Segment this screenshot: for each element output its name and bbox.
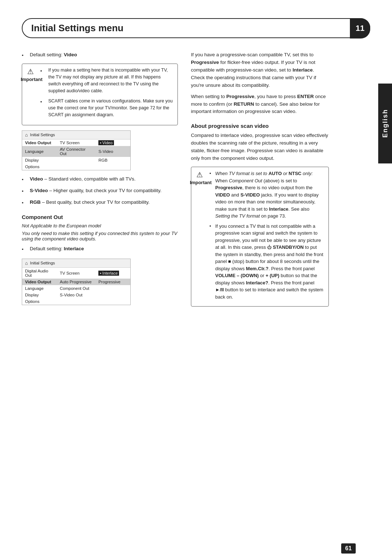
menu-cell-1-3: • Video [95, 139, 130, 146]
menu-cell-4-3 [95, 163, 130, 170]
component-note2: You only need to make this setting if yo… [22, 231, 178, 242]
menu-title-bar-1: ⌂ Initial Settings [22, 131, 130, 139]
menu2-cell-3-2: Component Out [57, 285, 95, 292]
menu2-row-4: Display S-Video Out [22, 292, 130, 298]
component-heading: Component Out [22, 214, 178, 220]
menu2-cell-2-2: Auto Progressive [57, 279, 95, 285]
bullet-svideo: • S-Video – Higher quality, but check yo… [22, 187, 178, 195]
not-applicable-note: Not Applicable to the European model [22, 223, 178, 228]
menu-cell-1-2: TV Screen [57, 139, 95, 146]
warning-icon: ⚠ [27, 67, 36, 76]
default-setting-video: • Default setting: Video [22, 51, 178, 59]
default-setting-interlace: • Default setting: Interlace [22, 245, 178, 253]
default-interlace-value: Interlace [64, 246, 84, 251]
page-container: English Initial Settings menu 11 • Defau… [0, 18, 392, 555]
menu-table-2: Digital Audio Out TV Screen • Interlace … [22, 268, 130, 305]
right-para2: When setting to Progressive, you have to… [191, 93, 329, 116]
menu-row-3: Display RGB [22, 157, 130, 163]
imp-bullet-1: • If you make a setting here that is inc… [40, 67, 173, 94]
menu2-cell-1-2: TV Screen [57, 268, 95, 279]
menu-row-1: Video Output TV Screen • Video [22, 139, 130, 146]
bullet-video: • Video – Standard video, compatible wit… [22, 175, 178, 183]
side-tab-label: English [381, 109, 389, 138]
menu2-cell-4-1: Display [22, 292, 57, 298]
menu2-cell-5-2 [57, 298, 95, 305]
menu-cell-3-1: Display [22, 157, 57, 163]
menu-screenshot-1: ⌂ Initial Settings Video Output TV Scree… [22, 130, 131, 170]
menu-cell-1-1: Video Output [22, 139, 57, 146]
content-area: • Default setting: Video ⚠ Important • I… [22, 51, 370, 311]
menu2-cell-3-1: Language [22, 285, 57, 292]
imp-right-bullet-1: • When TV format is set to AUTO or NTSC … [209, 170, 324, 220]
menu2-cell-1-3: • Interlace [95, 268, 130, 279]
menu2-cell-5-3 [95, 298, 130, 305]
menu2-cell-2-3: Progressive [95, 279, 130, 285]
default-video-value: Video [64, 52, 77, 57]
imp-text-1a: If you make a setting here that is incom… [48, 67, 173, 94]
right-column: If you have a progressive-scan compatibl… [191, 51, 347, 311]
menu-cell-4-1: Options [22, 163, 57, 170]
menu-title-2: Initial Settings [30, 261, 55, 265]
about-text: Compared to interlace video, progressive… [191, 132, 329, 162]
imp-text-1b: SCART cables come in various configurati… [48, 98, 173, 118]
imp-right-bullet-2: • If you connect a TV that is not compat… [209, 223, 324, 301]
menu-house-icon-2: ⌂ [25, 260, 28, 266]
menu-table-1: Video Output TV Screen • Video Language … [22, 139, 130, 170]
menu-row-4: Options [22, 163, 130, 170]
important-label-right: Important [190, 180, 212, 185]
right-para1: If you have a progressive-scan compatibl… [191, 51, 329, 89]
menu2-cell-1-1: Digital Audio Out [22, 268, 57, 279]
menu2-row-5: Options [22, 298, 130, 305]
menu-cell-3-3: RGB [95, 157, 130, 163]
menu-title-bar-2: ⌂ Initial Settings [22, 259, 130, 268]
important-box-right: ⚠ Important • When TV format is set to A… [191, 167, 329, 307]
important-right-bullets: • When TV format is set to AUTO or NTSC … [209, 170, 324, 303]
menu2-cell-5-1: Options [22, 298, 57, 305]
menu2-row-1: Digital Audio Out TV Screen • Interlace [22, 268, 130, 279]
page-title: Initial Settings menu [31, 23, 361, 34]
important-box-1: ⚠ Important • If you make a setting here… [22, 64, 178, 125]
menu2-cell-4-3 [95, 292, 130, 298]
left-column: • Default setting: Video ⚠ Important • I… [22, 51, 178, 311]
warning-icon-right: ⚠ [196, 170, 205, 179]
menu-row-2: Language AV Connector Out S-Video [22, 146, 130, 157]
menu2-cell-2-1: Video Output [22, 279, 57, 285]
menu-cell-2-1: Language [22, 146, 57, 157]
menu-cell-3-2 [57, 157, 95, 163]
footer: 61 En [341, 543, 356, 555]
about-heading: About progressive scan video [191, 123, 329, 129]
important-text-1: • If you make a setting here that is inc… [40, 67, 173, 122]
important-label-1: Important [21, 77, 42, 82]
menu-cell-2-3: S-Video [95, 146, 130, 157]
bullet-rgb: • RGB – Best quality, but check your TV … [22, 199, 178, 207]
menu2-cell-3-3 [95, 285, 130, 292]
page-number: 61 [341, 543, 356, 554]
menu-house-icon: ⌂ [25, 132, 28, 138]
menu-screenshot-2: ⌂ Initial Settings Digital Audio Out TV … [22, 259, 131, 305]
header-bar: Initial Settings menu 11 [22, 18, 370, 38]
menu-cell-2-2: AV Connector Out [57, 146, 95, 157]
imp-bullet-2: • SCART cables come in various configura… [40, 98, 173, 118]
side-tab: English [378, 84, 392, 163]
menu-title-1: Initial Settings [30, 133, 55, 137]
header-number: 11 [350, 18, 370, 39]
menu2-row-3: Language Component Out [22, 285, 130, 292]
menu-cell-4-2 [57, 163, 95, 170]
menu2-row-2: Video Output Auto Progressive Progressiv… [22, 279, 130, 285]
menu2-cell-4-2: S-Video Out [57, 292, 95, 298]
